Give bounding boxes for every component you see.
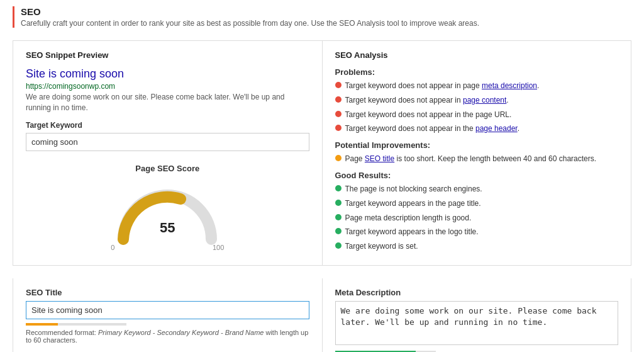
seo-title-progress-bar-fill [26,323,58,326]
good-item-2: Target keyword appears in the page title… [335,198,619,209]
page-description: Carefully craft your content in order to… [21,19,631,28]
gauge-section: Page SEO Score 55 0 100 [26,164,309,251]
dot-red-2 [335,96,341,103]
seo-title-section: SEO Title Recommended format: Primary Ke… [13,278,323,352]
improvement-text-1: Page SEO title is too short. Keep the le… [345,154,597,164]
good-section-title: Good Results: [335,171,619,180]
dot-green-3 [335,214,341,220]
target-keyword-input[interactable] [26,133,309,151]
meta-description-link[interactable]: meta description [482,81,537,90]
good-text-2: Target keyword appears in the page title… [345,198,481,209]
target-keyword-label: Target Keyword [26,121,309,130]
bottom-content-area: SEO Title Recommended format: Primary Ke… [13,278,631,352]
good-text-3: Page meta description length is good. [345,213,472,224]
seo-title-progress-bar-bg [26,323,126,326]
dot-red-1 [335,82,341,88]
snippet-preview-title: SEO Snippet Preview [26,50,309,60]
seo-title-input[interactable] [26,301,309,319]
problem-text-2: Target keyword does not appear in page c… [345,95,509,106]
good-text-1: The page is not blocking search engines. [345,184,482,195]
dot-red-4 [335,125,341,131]
good-item-3: Page meta description length is good. [335,213,619,224]
dot-green-2 [335,200,341,206]
dot-green-1 [335,185,341,191]
gauge-score: 55 [160,220,175,236]
problem-text-1: Target keyword does not appear in page m… [345,81,540,91]
dot-orange-1 [335,155,341,161]
dot-red-3 [335,111,341,117]
improvements-section-title: Potential Improvements: [335,140,619,150]
problem-text-3: Target keyword does not appear in the pa… [345,110,512,120]
good-item-5: Target keyword is set. [335,241,619,252]
problem-item-2: Target keyword does not appear in page c… [335,95,619,106]
problem-item-4: Target keyword does not appear in the pa… [335,123,619,134]
page-content-link[interactable]: page content [463,96,506,105]
seo-title-label: SEO Title [26,288,309,297]
page-title: SEO [21,6,631,17]
good-item-1: The page is not blocking search engines. [335,184,619,195]
good-text-5: Target keyword is set. [345,241,418,252]
good-text-4: Target keyword appears in the logo title… [345,227,479,237]
snippet-url: https://comingsoonwp.com [26,82,309,91]
gauge-title: Page SEO Score [26,164,309,173]
improvement-item-1: Page SEO title is too short. Keep the le… [335,154,619,164]
problem-item-3: Target keyword does not appear in the pa… [335,110,619,120]
snippet-description: We are doing some work on our site. Plea… [26,92,309,113]
good-item-4: Target keyword appears in the logo title… [335,227,619,237]
page-header: SEO Carefully craft your content in orde… [13,6,631,28]
main-content-area: SEO Snippet Preview Site is coming soon … [13,40,631,266]
meta-description-label: Meta Description [335,288,619,297]
seo-title-note: Recommended format: Primary Keyword - Se… [26,329,309,344]
right-panel: SEO Analysis Problems: Target keyword do… [323,41,631,265]
page-header-link[interactable]: page header [475,124,518,133]
analysis-title: SEO Analysis [335,50,619,60]
problems-section-title: Problems: [335,67,619,77]
gauge-container: 55 [111,179,224,242]
meta-description-textarea[interactable]: We are doing some work on our site. Plea… [335,301,619,345]
dot-green-4 [335,228,341,234]
left-panel: SEO Snippet Preview Site is coming soon … [13,41,323,265]
problem-item-1: Target keyword does not appear in page m… [335,81,619,91]
problem-text-4: Target keyword does not appear in the pa… [345,123,520,134]
seo-title-link[interactable]: SEO title [365,154,394,163]
meta-description-section: Meta Description We are doing some work … [323,278,631,352]
snippet-title[interactable]: Site is coming soon [26,67,309,81]
dot-green-5 [335,242,341,249]
